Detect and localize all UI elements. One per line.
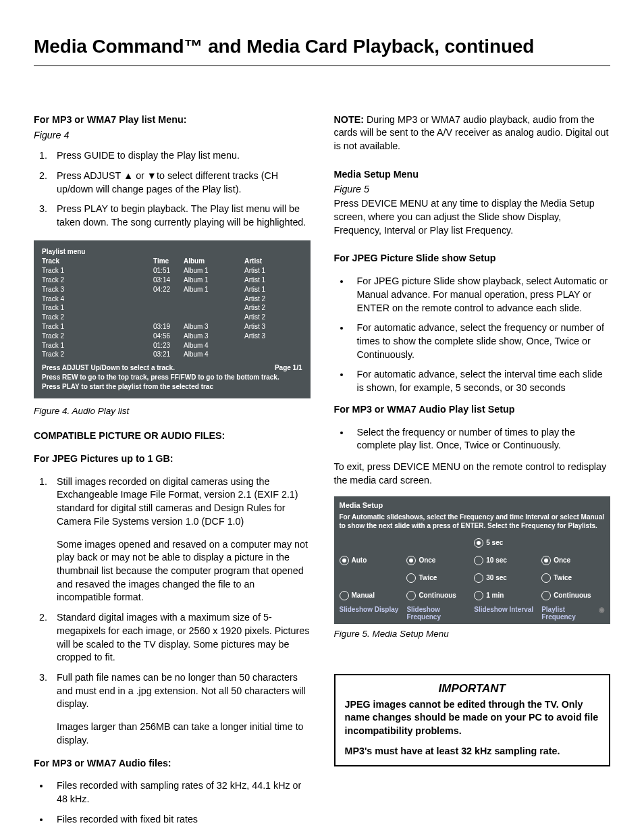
option-twice[interactable]: Twice <box>406 569 470 587</box>
option-10sec[interactable]: 10 sec <box>474 552 537 569</box>
figure-5-label: Figure 5 <box>334 183 611 197</box>
heading-mp3-playlist-setup: For MP3 or WMA7 Audio Play list Setup <box>334 403 611 417</box>
list-item: Select the frequency or number of times … <box>350 426 611 452</box>
table-row: Track 101:51Album 1Artist 1 <box>42 266 302 276</box>
list-item: For JPEG picture Slide show playback, se… <box>350 275 611 315</box>
media-setup-grid: x Auto x Manual Slideshow Display x Once… <box>340 534 606 621</box>
cell-time <box>153 294 184 304</box>
heading-audio-files: For MP3 or WMA7 Audio files: <box>34 757 311 771</box>
option-manual[interactable]: Manual <box>340 587 403 604</box>
option-label: Once <box>419 556 435 565</box>
option-once[interactable]: Once <box>406 552 470 569</box>
cell-time <box>153 313 184 322</box>
cell-album: Album 3 <box>184 332 244 341</box>
col-album: Album <box>184 257 244 266</box>
media-setup-title: Media Setup <box>340 500 606 511</box>
cell-track: Track 3 <box>42 285 153 294</box>
item-sub: Images larger than 256MB can take a long… <box>57 721 311 747</box>
cell-album: Album 4 <box>184 350 244 359</box>
cell-artist: Artist 2 <box>244 294 285 304</box>
col-time: Time <box>153 257 184 266</box>
cell-track: Track 1 <box>42 322 153 332</box>
option-label: Twice <box>419 573 437 583</box>
list-item: Standard digital images with a maximum s… <box>50 611 311 664</box>
radio-icon <box>340 556 349 565</box>
option-auto[interactable]: Auto <box>340 552 403 569</box>
footer-text: Press ADJUST Up/Down to select a track. <box>42 363 175 373</box>
cell-artist: Artist 3 <box>244 332 285 341</box>
table-row: Track 304:22Album 1Artist 1 <box>42 285 302 294</box>
option-label: 10 sec <box>486 556 507 565</box>
table-row: Track 1Artist 2 <box>42 303 302 313</box>
cell-time: 03:14 <box>153 276 184 285</box>
panel-label: Playlist Frequency <box>541 606 599 621</box>
option-1min[interactable]: 1 min <box>474 587 537 604</box>
playlist-footer-2: Press REW to go to the top track, press … <box>42 373 302 382</box>
playlist-footer-3: Press PLAY to start the playlist from th… <box>42 382 302 392</box>
cell-track: Track 2 <box>42 332 153 341</box>
cell-album: Album 1 <box>184 266 244 276</box>
radio-icon <box>541 556 551 565</box>
exit-instruction: To exit, press DEVICE MENU on the remote… <box>334 461 611 487</box>
cell-album <box>184 313 244 322</box>
cell-time: 01:51 <box>153 266 184 276</box>
option-once[interactable]: Once <box>541 552 605 569</box>
cell-artist: Artist 1 <box>244 276 285 285</box>
right-column: NOTE: During MP3 or WMA7 audio playback,… <box>334 113 611 834</box>
cell-time: 04:22 <box>153 285 184 294</box>
cell-album: Album 1 <box>184 276 244 285</box>
cell-album: Album 3 <box>184 322 244 332</box>
radio-icon <box>541 573 551 583</box>
option-continuous[interactable]: Continuous <box>541 587 605 604</box>
option-30sec[interactable]: 30 sec <box>474 569 537 587</box>
cell-track: Track 2 <box>42 313 153 322</box>
playlist-footer-1: Press ADJUST Up/Down to select a track. … <box>42 363 302 373</box>
heading-playlist-menu: For MP3 or WMA7 Play list Menu: <box>34 113 311 127</box>
option-label: Continuous <box>419 591 456 600</box>
cell-track: Track 1 <box>42 341 153 350</box>
cell-track: Track 2 <box>42 350 153 359</box>
col-track: Track <box>42 257 153 266</box>
list-item: Files recorded with fixed bit rates <box>50 813 311 827</box>
option-label: Manual <box>352 591 375 600</box>
page-indicator: Page 1/1 <box>275 363 302 373</box>
option-continuous[interactable]: Continuous <box>406 587 470 604</box>
cell-artist: Artist 2 <box>244 313 285 322</box>
content-columns: For MP3 or WMA7 Play list Menu: Figure 4… <box>34 113 610 834</box>
slideshow-display-panel: x Auto x Manual Slideshow Display <box>340 534 403 621</box>
radio-icon <box>474 591 483 600</box>
heading-jpeg-pictures: For JPEG Pictures up to 1 GB: <box>34 452 311 466</box>
option-5sec[interactable]: 5 sec <box>474 534 537 552</box>
cell-time <box>153 303 184 313</box>
cell-time: 01:23 <box>153 341 184 350</box>
important-p1: JPEG images cannot be edited through the… <box>345 698 600 738</box>
note-text: During MP3 or WMA7 audio playback, audio… <box>334 114 609 151</box>
cell-album: Album 1 <box>184 285 244 294</box>
page-title: Media Command™ and Media Card Playback, … <box>34 34 610 60</box>
option-twice[interactable]: Twice <box>541 569 605 587</box>
col-artist: Artist <box>244 257 285 266</box>
option-label: Auto <box>352 556 367 565</box>
cell-artist: Artist 1 <box>244 266 285 276</box>
important-box: IMPORTANT JPEG images cannot be edited t… <box>334 674 611 766</box>
note-label: NOTE: <box>334 114 364 125</box>
item-text: Still images recorded on digital cameras… <box>57 476 298 527</box>
figure-4-label: Figure 4 <box>34 129 311 142</box>
radio-icon <box>406 556 416 565</box>
table-row: Track 203:21Album 4 <box>42 350 302 359</box>
important-p2: MP3's must have at least 32 kHz sampling… <box>345 745 600 758</box>
radio-icon <box>474 573 483 583</box>
panel-label: Slideshow Frequency <box>406 606 470 621</box>
heading-media-setup: Media Setup Menu <box>334 168 611 182</box>
divider <box>34 66 610 66</box>
table-row: Track 103:19Album 3Artist 3 <box>42 322 302 332</box>
cell-artist: Artist 2 <box>244 303 285 313</box>
cell-track: Track 2 <box>42 276 153 285</box>
playlist-title: Playlist menu <box>42 247 302 257</box>
cell-track: Track 4 <box>42 294 153 304</box>
jpeg-notes: Still images recorded on digital cameras… <box>34 475 311 748</box>
important-heading: IMPORTANT <box>345 681 600 696</box>
radio-icon <box>406 591 416 600</box>
option-label: 30 sec <box>486 573 507 583</box>
mp3-playlist-list: Select the frequency or number of times … <box>334 426 611 452</box>
